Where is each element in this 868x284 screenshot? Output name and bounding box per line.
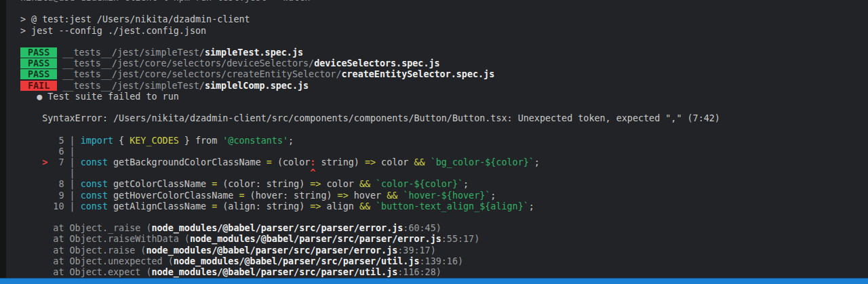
- terminal-token: at Object.unexpected (: [20, 256, 174, 266]
- stack-trace-line-5: at Object.expect (node_modules/@babel/pa…: [20, 267, 868, 278]
- terminal-token: 8 |: [20, 179, 81, 189]
- terminal-token: =>: [365, 157, 376, 167]
- terminal-token: import: [81, 136, 113, 146]
- terminal-token: at Object.expect (: [20, 267, 151, 277]
- terminal-token: getColorClassName: [108, 179, 212, 189]
- terminal-token: ;: [288, 136, 294, 146]
- blank-line: [20, 124, 868, 135]
- terminal-token: >: [20, 157, 47, 167]
- stack-trace-line-1: at Object._raise (node_modules/@babel/pa…: [20, 223, 868, 234]
- terminal-token: __tests__/jest/simpleTest/: [57, 81, 205, 91]
- terminal-token: ;: [529, 201, 534, 211]
- terminal-token: string): [315, 157, 365, 167]
- terminal-token: `button-text_align_${align}`: [376, 201, 529, 211]
- stack-trace-line-3: at Object.raise (node_modules/@babel/par…: [20, 245, 868, 256]
- terminal-token: __tests__/jest/core/selectors/deviceSele…: [57, 58, 314, 68]
- terminal-token: 10 |: [20, 201, 81, 211]
- terminal-token: `color-${color}`: [376, 179, 463, 189]
- terminal-token: 7 |: [47, 157, 80, 167]
- terminal-token: :39:17): [397, 245, 435, 256]
- terminal-token: at Object.raiseWithData (: [20, 234, 190, 244]
- terminal-token: > jest --config ./jest.config.json: [20, 26, 206, 36]
- code-frame-caret-line: | ^: [20, 168, 868, 179]
- window-left-edge: [0, 0, 6, 284]
- terminal-token: const: [81, 201, 108, 211]
- terminal-token: nikita@asd dzadmin-client % npm run test…: [20, 0, 310, 3]
- terminal-token: color: [321, 179, 359, 189]
- code-frame-line-5: 5 | import { KEY_CODES } from '@constant…: [20, 136, 868, 146]
- terminal-token: deviceSelectors.spec.js: [314, 58, 439, 68]
- terminal-token: [370, 201, 376, 211]
- pass-status-badge: PASS: [20, 47, 57, 58]
- code-frame-line-6: 6 |: [20, 146, 868, 157]
- stack-trace-line-2: at Object.raiseWithData (node_modules/@b…: [20, 234, 868, 245]
- terminal-token: =>: [338, 190, 349, 201]
- blank-line: [20, 102, 868, 113]
- test-result-pass-2: PASS __tests__/jest/core/selectors/devic…: [20, 58, 868, 69]
- terminal-token: `hover-${hover}`: [403, 190, 490, 201]
- terminal-token: |: [20, 168, 81, 178]
- terminal-token: `bg_color-${color}`: [431, 157, 534, 167]
- blank-line: [20, 3, 868, 14]
- terminal-token: &&: [414, 157, 425, 167]
- code-frame-line-7: > 7 | const getBackgroundColorClassName …: [20, 157, 868, 168]
- terminal-token: '@constants': [222, 136, 288, 146]
- terminal-token: ● Test suite failed to run: [20, 92, 179, 102]
- terminal-token: at Object.raise (: [20, 245, 146, 256]
- terminal-token: [370, 179, 376, 189]
- terminal-token: } from: [179, 136, 223, 146]
- pass-status-badge: PASS: [20, 58, 57, 68]
- terminal-token: 6 |: [20, 146, 75, 157]
- terminal-token: ;: [534, 157, 540, 167]
- terminal-token: :116:28): [397, 267, 441, 277]
- terminal-token: 9 |: [20, 190, 81, 201]
- terminal-token: node_modules/@babel/parser/src/parser/er…: [151, 223, 403, 233]
- terminal-token: at Object._raise (: [20, 223, 151, 233]
- terminal-token: simplelComp.spec.js: [205, 81, 309, 91]
- terminal-token: __tests__/jest/core/selectors/createEnti…: [57, 69, 341, 79]
- syntax-error-line: SyntaxError: /Users/nikita/dzadmin-clien…: [20, 113, 868, 124]
- terminal-token: (hover: string): [245, 190, 338, 201]
- terminal-token: =>: [310, 201, 321, 211]
- blank-line: [20, 37, 868, 47]
- terminal-token: ;: [490, 190, 496, 201]
- terminal-token: :139:16): [420, 256, 464, 266]
- terminal-token: (color: [272, 157, 310, 167]
- terminal-token: ;: [463, 179, 469, 189]
- terminal-token: [425, 157, 431, 167]
- terminal-token: &&: [359, 179, 370, 189]
- terminal-token: > @ test:jest /Users/nikita/dzadmin-clie…: [20, 14, 250, 24]
- terminal-token: {: [113, 136, 130, 146]
- terminal-token: const: [81, 179, 108, 189]
- terminal-token: hover: [349, 190, 387, 201]
- terminal-token: (align: string): [217, 201, 310, 211]
- blank-line: [20, 212, 868, 223]
- terminal-output[interactable]: nikita@asd dzadmin-client % npm run test…: [6, 0, 868, 278]
- terminal-token: __tests__/jest/simpleTest/: [57, 47, 205, 58]
- terminal-token: &&: [359, 201, 370, 211]
- terminal-token: const: [81, 190, 108, 201]
- terminal-token: getAlignClassName: [108, 201, 212, 211]
- code-frame-line-10: 10 | const getAlignClassName = (align: s…: [20, 201, 868, 212]
- terminal-token: align: [321, 201, 359, 211]
- jest-command-line: > jest --config ./jest.config.json: [20, 26, 868, 37]
- terminal-token: SyntaxError: /Users/nikita/dzadmin-clien…: [20, 113, 720, 123]
- terminal-token: (color: string): [217, 179, 310, 189]
- terminal-token: color: [376, 157, 414, 167]
- pass-status-badge: PASS: [20, 69, 57, 79]
- terminal-token: node_modules/@babel/parser/src/parser/ut…: [151, 267, 397, 277]
- terminal-token: createEntitySelector.spec.js: [341, 69, 494, 79]
- terminal-token: getHoverColorClassName: [108, 190, 239, 201]
- test-result-pass-1: PASS __tests__/jest/simpleTest/simpleTes…: [20, 47, 868, 58]
- code-frame-line-9: 9 | const getHoverColorClassName = (hove…: [20, 190, 868, 201]
- npm-script-line: > @ test:jest /Users/nikita/dzadmin-clie…: [20, 14, 868, 25]
- terminal-token: simpleTest.spec.js: [205, 47, 303, 58]
- terminal-token: node_modules/@babel/parser/src/parser/ut…: [174, 256, 420, 266]
- terminal-token: 5 |: [20, 136, 81, 146]
- stack-trace-line-4: at Object.unexpected (node_modules/@babe…: [20, 256, 868, 267]
- failure-summary-line: ● Test suite failed to run: [20, 92, 868, 102]
- terminal-token: =>: [310, 179, 321, 189]
- test-result-fail-1: FAIL __tests__/jest/simpleTest/simplelCo…: [20, 81, 868, 92]
- terminal-token: const: [81, 157, 108, 167]
- terminal-token: =: [239, 190, 244, 201]
